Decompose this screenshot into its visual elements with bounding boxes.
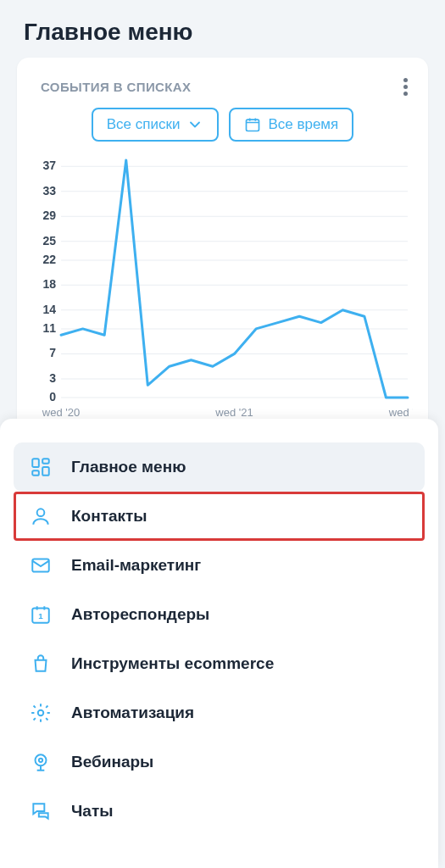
y-tick-label: 22 [42,253,56,266]
y-tick-label: 29 [42,209,56,222]
mail-icon [29,554,53,577]
x-tick-label: wed '22 [388,406,413,418]
menu-item-4[interactable]: Инструменты ecommerce [14,639,425,688]
y-tick-label: 33 [42,184,56,198]
menu-item-7[interactable]: Чаты [14,787,425,836]
x-tick-label: wed '20 [42,406,80,418]
page-title: Главное меню [0,0,445,58]
menu-item-0[interactable]: Главное меню [14,442,425,492]
chat-icon [29,799,53,823]
menu-item-2[interactable]: Email-маркетинг [14,541,425,590]
menu-item-1[interactable]: Контакты [14,492,425,541]
y-tick-label: 3 [49,371,56,385]
data-line [61,160,408,398]
card-header: СОБЫТИЯ В СПИСКАХ [17,73,428,106]
more-icon[interactable] [398,73,413,101]
all-time-button[interactable]: Все время [229,108,353,142]
y-tick-label: 25 [42,234,56,248]
events-card: СОБЫТИЯ В СПИСКАХ Все списки Все время 0… [17,58,428,430]
gear-icon [29,701,53,725]
filter-row: Все списки Все время [17,106,428,155]
y-tick-label: 14 [42,303,56,316]
menu-item-6[interactable]: Вебинары [14,737,425,787]
y-tick-label: 11 [42,321,56,335]
calendar-icon [244,116,261,133]
all-lists-label: Все списки [107,116,181,133]
menu-item-label: Главное меню [71,458,409,476]
menu-item-label: Чаты [71,802,409,821]
line-chart: 0371114182225293337wed '20wed '21wed '22 [17,155,428,430]
menu-item-label: Автоматизация [71,704,409,722]
menu-item-3[interactable]: Автореспондеры [14,590,425,639]
all-time-label: Все время [268,116,338,133]
menu-item-label: Контакты [71,507,409,526]
y-tick-label: 18 [42,277,56,291]
y-tick-label: 0 [49,390,56,403]
calendar-icon [29,603,53,626]
menu-panel: Главное меню Контакты Email-маркетинг Ав… [0,419,438,868]
dashboard-icon [29,455,53,479]
menu-item-5[interactable]: Автоматизация [14,688,425,737]
card-title: СОБЫТИЯ В СПИСКАХ [41,80,192,94]
menu-item-label: Email-маркетинг [71,556,409,575]
svg-rect-0 [247,120,259,131]
chevron-down-icon [186,116,203,133]
menu-item-label: Вебинары [71,753,409,771]
y-tick-label: 7 [49,346,56,359]
menu-item-label: Инструменты ecommerce [71,654,409,673]
bag-icon [29,652,53,676]
menu-item-label: Автореспондеры [71,605,409,624]
webcam-icon [29,750,53,774]
x-tick-label: wed '21 [214,406,253,418]
all-lists-button[interactable]: Все списки [92,108,220,142]
y-tick-label: 37 [42,159,56,172]
person-icon [29,504,53,528]
